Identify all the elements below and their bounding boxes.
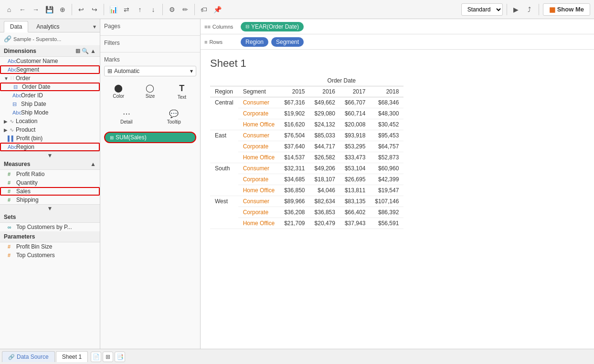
table-row: Corporate$36,208$36,853$66,402$86,392 (210, 207, 403, 218)
new-sheet-icon[interactable]: 📄 (91, 352, 101, 362)
year-order-date-pill[interactable]: ⊟ YEAR(Order Date) (241, 22, 304, 31)
back-icon[interactable]: ← (17, 4, 28, 15)
data-source-label: 🔗 Sample - Supersto... (0, 32, 100, 46)
pin-icon[interactable]: 📌 (212, 4, 223, 15)
undo-icon[interactable]: ↩ (76, 4, 86, 15)
field-customer-name[interactable]: Abc Customer Name (0, 57, 100, 65)
group-product[interactable]: ▶ ∿ Product (0, 125, 100, 134)
segment-cell: Home Office (238, 218, 279, 229)
year-2018-header: 2018 (370, 86, 403, 97)
new-story-icon[interactable]: 📑 (115, 352, 125, 362)
search-icon[interactable]: 🔍 (82, 48, 89, 54)
bottom-bar: 🔗 Data Source Sheet 1 📄 ⊞ 📑 (0, 349, 594, 364)
field-top-customers[interactable]: ∞ Top Customers by P... (0, 223, 100, 231)
present-icon[interactable]: ▶ (511, 4, 521, 15)
value-cell: $20,008 (340, 119, 370, 130)
field-shipping[interactable]: # Shipping (0, 196, 100, 204)
standard-dropdown[interactable]: Standard (461, 3, 503, 16)
new-dashboard-icon[interactable]: ⊞ (103, 352, 113, 362)
table-row: WestConsumer$89,966$82,634$83,135$107,14… (210, 196, 403, 207)
sort-asc-icon[interactable]: ↑ (135, 4, 145, 15)
grid-icon[interactable]: ⊞ (75, 48, 80, 54)
value-cell: $29,080 (310, 108, 340, 119)
dimensions-up-arrow[interactable]: ▲ (90, 48, 96, 54)
measures-title: Measures (4, 161, 30, 167)
marks-label: Marks (104, 56, 196, 63)
text-button[interactable]: T Text (168, 81, 196, 102)
field-quantity[interactable]: # Quantity (0, 178, 100, 187)
tooltip-button[interactable]: 💬 Tooltip (152, 107, 197, 127)
group-location[interactable]: ▶ ∿ Location (0, 117, 100, 125)
field-segment[interactable]: Abc Segment (0, 65, 100, 74)
new-chart-icon[interactable]: 📊 (108, 4, 118, 15)
value-cell: $16,620 (279, 119, 309, 130)
color-button[interactable]: ⬤ Color (104, 81, 133, 102)
panel-tab-arrow[interactable]: ▾ (93, 23, 96, 30)
marks-type-dropdown[interactable]: ⊞ Automatic ▾ (104, 66, 196, 76)
year-2016-header: 2016 (310, 86, 340, 97)
size-label: Size (146, 94, 155, 99)
value-cell: $37,943 (340, 218, 370, 229)
abc-icon: Abc (8, 58, 14, 64)
home-icon[interactable]: ⌂ (4, 4, 14, 15)
filters-label: Filters (104, 40, 196, 46)
add-data-icon[interactable]: ⊕ (57, 4, 68, 15)
field-ship-mode[interactable]: Abc Ship Mode (0, 108, 100, 117)
filter-icon[interactable]: ⚙ (167, 4, 177, 15)
field-ship-date[interactable]: ⊟ Ship Date (0, 100, 100, 108)
scroll-down-measures[interactable]: ▼ (0, 204, 100, 212)
dimensions-header-icons: ⊞ 🔍 ▲ (75, 48, 96, 54)
share-icon[interactable]: ⤴ (524, 4, 535, 15)
tab-sheet1[interactable]: Sheet 1 (56, 351, 88, 362)
table-row: Corporate$19,902$29,080$60,714$48,300 (210, 108, 403, 119)
value-cell: $48,300 (370, 108, 403, 119)
field-top-customers-param[interactable]: # Top Customers (0, 251, 100, 260)
region-pill[interactable]: Region (241, 37, 268, 47)
field-label: Customer Name (16, 58, 58, 64)
show-me-button[interactable]: ▦ Show Me (543, 3, 590, 16)
field-profit-bin[interactable]: ▌▌ Profit (bin) (0, 134, 100, 143)
group-order[interactable]: ▼ ∷ Order (0, 74, 100, 83)
detail-button[interactable]: ⋯ Detail (104, 107, 149, 127)
parameters-header: Parameters (0, 231, 100, 242)
marks-row2: ⋯ Detail 💬 Tooltip (104, 107, 196, 127)
annotate-icon[interactable]: ✏ (180, 4, 191, 15)
tab-analytics[interactable]: Analytics (30, 21, 65, 32)
mark-label-icon[interactable]: 🏷 (199, 4, 209, 15)
field-profit-bin-size[interactable]: # Profit Bin Size (0, 242, 100, 251)
abc-icon: Abc (12, 110, 19, 115)
size-button[interactable]: ◯ Size (136, 81, 164, 102)
value-cell: $36,850 (279, 185, 309, 196)
redo-icon[interactable]: ↪ (89, 4, 100, 15)
value-cell: $53,295 (340, 141, 370, 152)
hash-icon: # (8, 171, 14, 177)
group-icon: ∿ (10, 118, 14, 125)
field-region[interactable]: Abc Region (0, 143, 100, 151)
forward-icon[interactable]: → (31, 4, 41, 15)
region-cell: South (210, 163, 238, 196)
sort-desc-icon[interactable]: ↓ (148, 4, 159, 15)
measure-icon: ⊞ (110, 135, 114, 140)
value-cell: $49,662 (310, 97, 340, 108)
tab-data[interactable]: Data (4, 21, 28, 32)
abc-icon: Abc (8, 144, 14, 150)
scroll-down-dimensions[interactable]: ▼ (0, 151, 100, 159)
group-label: Order (16, 75, 31, 82)
value-cell: $26,582 (310, 152, 340, 163)
segment-pill[interactable]: Segment (271, 37, 304, 47)
table-row: Home Office$14,537$26,582$33,473$52,873 (210, 152, 403, 163)
swap-icon[interactable]: ⇄ (121, 4, 132, 15)
field-order-date[interactable]: ⊟ Order Date (0, 83, 100, 91)
field-sales[interactable]: # Sales (0, 187, 100, 196)
save-icon[interactable]: 💾 (44, 4, 54, 15)
field-profit-ratio[interactable]: # Profit Ratio (0, 170, 100, 178)
measures-up-arrow[interactable]: ▲ (90, 161, 96, 167)
columns-label: ≡≡ Columns (204, 24, 238, 30)
tab-datasource[interactable]: 🔗 Data Source (2, 351, 55, 362)
sum-sales-pill[interactable]: ⊞ SUM(Sales) (104, 132, 196, 143)
marks-dropdown-arrow: ▾ (190, 68, 193, 74)
field-order-id[interactable]: Abc Order ID (0, 91, 100, 100)
set-icon: ∞ (8, 224, 14, 230)
value-cell: $93,918 (340, 130, 370, 141)
region-cell: Central (210, 97, 238, 130)
